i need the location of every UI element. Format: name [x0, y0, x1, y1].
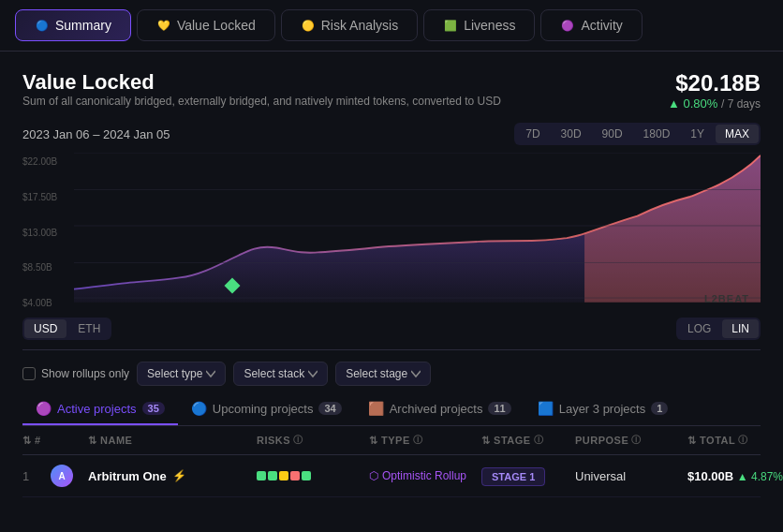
y-label-5: $4.00B [22, 298, 74, 308]
tab-activity[interactable]: 🟣 Activity [540, 9, 642, 41]
row-risks [257, 471, 369, 480]
time-btn-90d[interactable]: 90D [593, 125, 632, 143]
currency-eth[interactable]: ETH [68, 319, 110, 338]
time-btn-180d[interactable]: 180D [634, 125, 680, 143]
risk-dot-4 [290, 471, 300, 480]
chart-y-labels: $22.00B $17.50B $13.00B $8.50B $4.00B [22, 153, 74, 312]
scale-buttons: LOG LIN [676, 318, 761, 340]
time-btn-30d[interactable]: 30D [552, 125, 591, 143]
archived-projects-icon: 🟫 [368, 401, 384, 416]
active-projects-count: 35 [142, 402, 165, 415]
th-type[interactable]: ⇅ TYPE ⓘ [369, 434, 481, 447]
stage-info-icon[interactable]: ⓘ [534, 434, 544, 447]
tab-value-locked[interactable]: 💛 Value Locked [137, 9, 275, 41]
tab-summary[interactable]: 🔵 Summary [15, 9, 131, 41]
row-number: 1 [22, 469, 51, 483]
summary-icon: 🔵 [35, 18, 50, 33]
time-btn-max[interactable]: MAX [716, 125, 759, 143]
chart-controls-top: 2023 Jan 06 – 2024 Jan 05 7D 30D 90D 180… [22, 123, 761, 145]
type-icon: ⬡ [369, 469, 378, 482]
time-btn-7d[interactable]: 7D [516, 125, 549, 143]
main-content: Value Locked Sum of all canonically brid… [0, 52, 783, 497]
tab-archived-projects[interactable]: 🟫 Archived projects 11 [355, 393, 524, 425]
th-stage-label: ⇅ STAGE [481, 435, 531, 447]
th-icon [51, 434, 88, 447]
th-name[interactable]: ⇅ NAME [88, 434, 257, 447]
risk-dot-5 [302, 471, 311, 480]
chart-title: Value Locked [22, 70, 501, 95]
risks-info-icon[interactable]: ⓘ [293, 434, 303, 447]
tab-active-projects[interactable]: 🟣 Active projects 35 [22, 393, 178, 425]
stack-filter-label: Select stack [244, 367, 304, 380]
tab-risk-analysis[interactable]: 🟡 Risk Analysis [281, 9, 418, 41]
scale-log[interactable]: LOG [678, 319, 720, 338]
row-total: $10.00B ▲ 4.87% [687, 469, 783, 483]
table-row[interactable]: 1 A Arbitrum One ⚡ ⬡ Optimistic Rollup S… [22, 455, 761, 497]
th-total-label: ⇅ TOTAL [687, 435, 735, 447]
th-name-label: ⇅ NAME [88, 435, 132, 447]
value-locked-header: Value Locked Sum of all canonically brid… [22, 70, 761, 119]
type-filter-label: Select type [147, 367, 202, 380]
chart-date-range: 2023 Jan 06 – 2024 Jan 05 [22, 127, 170, 141]
activity-icon: 🟣 [560, 18, 575, 33]
upcoming-projects-label: Upcoming projects [213, 402, 314, 416]
chart-change-period: / 7 days [721, 97, 761, 111]
tab-upcoming-projects[interactable]: 🔵 Upcoming projects 34 [178, 393, 355, 425]
currency-usd[interactable]: USD [24, 319, 66, 338]
risk-dot-3 [279, 471, 288, 480]
time-buttons: 7D 30D 90D 180D 1Y MAX [514, 123, 761, 145]
scale-lin[interactable]: LIN [722, 319, 759, 338]
stack-filter-chevron [308, 369, 318, 378]
type-filter-chevron [206, 369, 215, 378]
th-purpose-label: PURPOSE [575, 435, 628, 446]
tab-summary-label: Summary [55, 18, 111, 33]
stage-badge: STAGE 1 [481, 467, 545, 486]
active-projects-icon: 🟣 [36, 401, 52, 416]
th-risks[interactable]: RISKS ⓘ [257, 434, 369, 447]
time-btn-1y[interactable]: 1Y [681, 125, 714, 143]
total-value: $10.00B [687, 469, 733, 483]
value-locked-icon: 💛 [156, 18, 171, 33]
stage-filter[interactable]: Select stage [335, 362, 431, 386]
th-total[interactable]: ⇅ TOTAL ⓘ [687, 434, 783, 447]
chart-change: ▲ 0.80% [668, 96, 717, 111]
stage-filter-chevron [411, 369, 421, 378]
active-projects-label: Active projects [57, 402, 137, 416]
project-name-text: Arbitrum One [88, 469, 167, 483]
tab-layer3-projects[interactable]: 🟦 Layer 3 projects 1 [524, 393, 682, 425]
y-label-2: $17.50B [22, 192, 74, 202]
tab-risk-analysis-label: Risk Analysis [321, 18, 398, 33]
th-num[interactable]: ⇅ # [22, 434, 51, 447]
total-info-icon[interactable]: ⓘ [738, 434, 748, 447]
risk-dot-1 [257, 471, 266, 480]
th-type-label: ⇅ TYPE [369, 435, 410, 447]
chart-subtitle: Sum of all canonically bridged, external… [22, 95, 501, 108]
th-stage[interactable]: ⇅ STAGE ⓘ [481, 434, 575, 447]
th-purpose[interactable]: PURPOSE ⓘ [575, 434, 687, 447]
show-rollups-toggle[interactable]: Show rollups only [22, 367, 129, 380]
tab-liveness[interactable]: 🟩 Liveness [423, 9, 535, 41]
tab-value-locked-label: Value Locked [177, 18, 256, 33]
stack-filter[interactable]: Select stack [233, 362, 328, 386]
archived-projects-count: 11 [488, 402, 510, 415]
rollups-checkbox[interactable] [22, 367, 36, 380]
chart-area: $22.00B $17.50B $13.00B $8.50B $4.00B [22, 153, 761, 312]
currency-buttons: USD ETH [22, 318, 111, 340]
row-type: ⬡ Optimistic Rollup [369, 469, 481, 482]
row-project-icon: A [51, 465, 73, 487]
row-purpose: Universal [575, 469, 687, 483]
type-info-icon[interactable]: ⓘ [413, 434, 423, 447]
th-risks-label: RISKS [257, 435, 290, 446]
chart-total: $20.18B [668, 70, 761, 96]
layer3-projects-count: 1 [651, 402, 668, 415]
chart-controls-bottom: USD ETH LOG LIN [22, 312, 761, 350]
type-filter[interactable]: Select type [137, 362, 226, 386]
type-label: Optimistic Rollup [382, 469, 466, 482]
filter-bar: Show rollups only Select type Select sta… [22, 350, 761, 393]
upcoming-projects-icon: 🔵 [191, 401, 207, 416]
y-label-1: $22.00B [22, 156, 74, 167]
nav-bar: 🔵 Summary 💛 Value Locked 🟡 Risk Analysis… [0, 0, 783, 52]
purpose-info-icon[interactable]: ⓘ [631, 434, 642, 447]
layer3-projects-label: Layer 3 projects [559, 402, 646, 416]
archived-projects-label: Archived projects [390, 402, 483, 416]
